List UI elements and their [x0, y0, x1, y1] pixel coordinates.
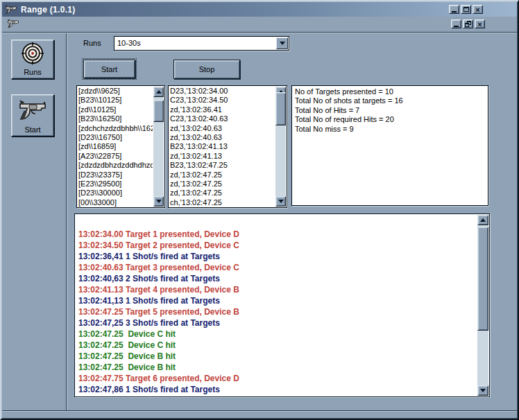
scrollbar-thumb[interactable]: [153, 100, 164, 122]
minimize-button[interactable]: [449, 5, 459, 14]
list-item[interactable]: D23,'13:02:34.00: [170, 87, 275, 96]
arrow-up-icon: [480, 218, 486, 222]
list-item[interactable]: B23,'13:02:47.25: [170, 161, 275, 170]
list-item[interactable]: [A23\\22875]: [78, 152, 153, 161]
minimize-icon: [452, 11, 457, 12]
mdi-close-button[interactable]: ×: [475, 19, 485, 28]
run-listbox[interactable]: [zdzd\\9625][B23\\10125][zd\\10125][B23\…: [76, 85, 165, 208]
log-line: 13:02:47.25 Device C hit: [78, 329, 475, 340]
list-item[interactable]: zd,'13:02:41.13: [170, 152, 275, 161]
combobox-dropdown-button[interactable]: [276, 37, 288, 49]
sidebar-start-button[interactable]: Start: [11, 94, 54, 137]
arrow-up-icon: [156, 90, 162, 94]
log-line: 13:02:41,13 1 Shot/s fired at Targets: [78, 295, 475, 306]
revolver-icon[interactable]: [5, 4, 17, 15]
list-item[interactable]: C23,'13:02:34.50: [170, 96, 275, 105]
arrow-down-icon: [156, 200, 162, 203]
sidebar-runs-label: Runs: [24, 68, 42, 76]
list-item[interactable]: zd,'13:02:36.41: [170, 105, 275, 114]
revolver-icon[interactable]: [7, 18, 19, 28]
vertical-divider: [66, 33, 67, 410]
chevron-down-icon: [280, 42, 285, 45]
scroll-down-button[interactable]: [153, 196, 164, 207]
list-item[interactable]: [zdzd\\9625]: [78, 87, 153, 96]
horizontal-divider: [2, 32, 517, 33]
list-item[interactable]: zd,'13:02:47.25: [170, 170, 275, 180]
list-item[interactable]: [zdzdzdbhzdzddhdhzdz: [78, 161, 153, 170]
list-item[interactable]: B23,'13:02:41.13: [170, 142, 275, 151]
runs-label: Runs: [83, 39, 101, 47]
stat-line: Total No of required Hits = 20: [295, 115, 485, 124]
restore-icon: [465, 21, 471, 27]
list-item[interactable]: [D23\\23375]: [78, 170, 153, 180]
sidebar-start-label: Start: [24, 125, 40, 134]
runs-combobox[interactable]: 10-30s: [114, 36, 289, 51]
stop-button-label: Stop: [199, 65, 215, 73]
scroll-up-button[interactable]: [477, 215, 488, 225]
list-item[interactable]: ch,'13:02:47.25: [170, 198, 275, 207]
list-item[interactable]: [B23\\10125]: [78, 96, 153, 105]
start-button-label: Start: [101, 65, 117, 73]
log-line: 13:02:40.63 Target 3 presented, Device C: [78, 262, 475, 273]
log-panel[interactable]: 13:02:34.00 Target 1 presented, Device D…: [74, 213, 490, 397]
list-item[interactable]: [E23\\29500]: [78, 180, 153, 189]
run-listbox-items: [zdzd\\9625][B23\\10125][zd\\10125][B23\…: [78, 87, 153, 207]
list-item[interactable]: zd,'13:02:47.25: [170, 180, 275, 189]
mdi-window-controls: ×: [451, 19, 485, 28]
list-item[interactable]: zd,'13:02:40.63: [170, 124, 275, 133]
list-item[interactable]: [zd\\16859]: [78, 142, 153, 151]
scroll-down-button[interactable]: [477, 385, 488, 396]
scrollbar-thumb[interactable]: [275, 92, 286, 125]
log-line: 13:02:47,86 1 Shot/s fired at Targets: [78, 384, 475, 395]
event-listbox-items: D23,'13:02:34.00C23,'13:02:34.50zd,'13:0…: [170, 87, 275, 207]
list-item[interactable]: C23,'13:02:40.63: [170, 114, 275, 123]
start-button-focus-ring: Start: [82, 58, 137, 80]
arrow-down-icon: [278, 200, 284, 203]
maximize-button[interactable]: [461, 5, 471, 14]
list-item[interactable]: [zdchchzdzdbhbh\\162: [78, 124, 153, 133]
bullseye-icon: [12, 40, 53, 67]
event-listbox-scrollbar[interactable]: [275, 87, 286, 207]
scroll-down-button[interactable]: [275, 196, 286, 207]
app-window: Range (1.0.1) × ×: [0, 0, 519, 420]
stat-line: No of Targets presented = 10: [295, 87, 485, 96]
sidebar-runs-button[interactable]: Runs: [11, 40, 54, 79]
stat-line: Total No of shots at targets = 16: [295, 96, 485, 105]
scroll-up-button[interactable]: [153, 87, 164, 97]
log-line: 13:02:36,41 1 Shot/s fired at Targets: [78, 251, 475, 262]
log-line: 13:02:47.25 Target 5 presented, Device B: [78, 306, 475, 317]
start-button[interactable]: Start: [83, 60, 135, 78]
list-item[interactable]: [zd\\10125]: [78, 105, 153, 114]
log-scrollbar[interactable]: [477, 215, 488, 396]
list-item[interactable]: [D23\\16750]: [78, 133, 153, 142]
titlebar: Range (1.0.1) ×: [2, 2, 517, 17]
close-icon: ×: [477, 21, 482, 28]
window-controls: ×: [449, 5, 483, 14]
maximize-icon: [463, 7, 469, 12]
log-lines: 13:02:34.00 Target 1 presented, Device D…: [78, 229, 475, 396]
stop-button[interactable]: Stop: [173, 60, 240, 79]
runs-combobox-value: 10-30s: [117, 39, 141, 47]
list-item[interactable]: zd,'13:02:40.63: [170, 133, 275, 142]
list-item[interactable]: zd,'13:02:47.25: [170, 189, 275, 198]
log-line: 13:02:41.13 Target 4 presented, Device B: [78, 284, 475, 295]
log-line: 13:02:47.25 Device C hit: [78, 340, 475, 351]
list-item[interactable]: [B23\\16250]: [78, 114, 153, 123]
event-listbox[interactable]: D23,'13:02:34.00C23,'13:02:34.50zd,'13:0…: [168, 85, 287, 208]
log-line: 13:02:47.25 Device B hit: [78, 362, 475, 373]
log-line: 13:02:47.25 Device B hit: [78, 351, 475, 362]
list-item[interactable]: [D23\\30000]: [78, 189, 153, 198]
scrollbar-thumb[interactable]: [477, 227, 488, 331]
list-item[interactable]: [00\\33000]: [78, 198, 153, 207]
close-button[interactable]: ×: [473, 5, 483, 14]
bottom-divider: [2, 410, 517, 412]
run-listbox-scrollbar[interactable]: [153, 87, 164, 207]
stats-panel: No of Targets presented = 10Total No of …: [291, 85, 488, 206]
close-icon: ×: [475, 6, 479, 13]
mdi-restore-button[interactable]: [463, 19, 473, 28]
window-title: Range (1.0.1): [21, 5, 76, 15]
mdi-minimize-button[interactable]: [451, 19, 461, 28]
arrow-down-icon: [480, 389, 486, 392]
stat-line: Total No miss = 9: [295, 125, 485, 134]
log-line: 13:02:47.75 Target 6 presented, Device D: [78, 373, 475, 384]
